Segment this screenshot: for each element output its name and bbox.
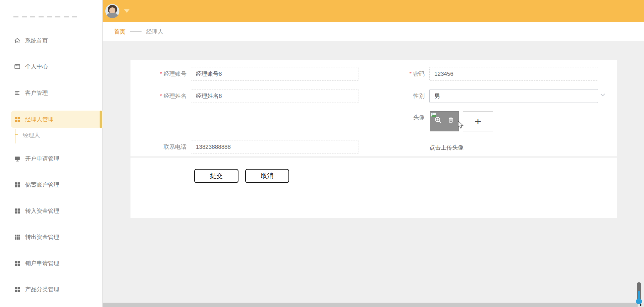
breadcrumb-home[interactable]: 首页	[114, 28, 125, 36]
submenu-tree-tick	[15, 134, 18, 135]
grid-icon	[14, 182, 20, 188]
list-icon	[14, 90, 20, 96]
avatar-label: 头像	[362, 114, 425, 121]
sidebar-item-personal-center[interactable]: 个人中心	[0, 60, 103, 73]
gender-select[interactable]: 男	[429, 89, 598, 103]
horizontal-scrollbar[interactable]	[103, 303, 644, 307]
sidebar-subitem-label: 经理人	[23, 131, 40, 139]
grid-icon	[14, 260, 20, 266]
section-divider	[130, 156, 617, 158]
breadcrumb: 首页 经理人	[103, 22, 644, 41]
manager-edit-form-card: *经理账号 *密码 *经理姓名 性别 男 头像	[130, 60, 617, 218]
cancel-button[interactable]: 取消	[245, 169, 289, 183]
sidebar: 系统首页 个人中心 客户管理 经理人管理 经理人	[0, 0, 103, 307]
grid-icon	[14, 286, 20, 293]
avatar-shoulders	[107, 13, 118, 18]
home-icon	[14, 38, 20, 44]
phone-input[interactable]	[191, 140, 359, 154]
account-input[interactable]	[191, 67, 359, 81]
main-content: *经理账号 *密码 *经理姓名 性别 男 头像	[103, 41, 644, 303]
avatar-thumbnail[interactable]	[430, 111, 459, 131]
sidebar-item-close-account-mgmt[interactable]: 销户申请管理	[0, 256, 103, 270]
panel-icon	[14, 63, 20, 70]
monitor-icon	[14, 156, 20, 162]
scroll-indicator-knob[interactable]	[636, 298, 642, 304]
grid9-icon	[14, 234, 20, 240]
required-asterisk: *	[160, 93, 162, 99]
submit-button[interactable]: 提交	[194, 169, 238, 183]
required-asterisk: *	[160, 71, 162, 77]
sidebar-item-label: 转入资金管理	[25, 207, 59, 215]
name-label: *经理姓名	[130, 89, 186, 103]
sidebar-item-transfer-in-mgmt[interactable]: 转入资金管理	[0, 204, 103, 218]
phone-label: 联系电话	[130, 140, 186, 154]
gender-label: 性别	[362, 89, 425, 103]
sidebar-item-label: 销户申请管理	[25, 259, 59, 267]
sidebar-item-label: 个人中心	[25, 63, 48, 70]
password-label: *密码	[362, 67, 425, 81]
upload-hint-text: 点击上传头像	[429, 144, 464, 151]
app-logo-clipped	[13, 16, 78, 17]
sidebar-item-manager-mgmt[interactable]: 经理人管理	[0, 113, 103, 126]
breadcrumb-current: 经理人	[146, 28, 163, 36]
user-avatar[interactable]	[105, 4, 119, 18]
breadcrumb-separator	[130, 32, 142, 32]
submenu-tree-line	[15, 129, 15, 143]
scroll-indicator-widget[interactable]	[636, 282, 642, 304]
sidebar-item-label: 开户申请管理	[25, 155, 59, 163]
delete-trash-icon[interactable]	[447, 116, 454, 124]
password-input[interactable]	[429, 67, 598, 81]
zoom-in-icon[interactable]	[434, 116, 442, 124]
sidebar-item-label: 经理人管理	[25, 116, 54, 123]
grid-icon	[14, 208, 20, 214]
user-menu-caret-icon[interactable]	[124, 9, 129, 13]
sidebar-item-system-home[interactable]: 系统首页	[0, 34, 103, 47]
sidebar-item-label: 储蓄账户管理	[25, 181, 59, 189]
sidebar-item-transfer-out-mgmt[interactable]: 转出资金管理	[0, 230, 103, 244]
account-label: *经理账号	[130, 67, 186, 81]
sidebar-item-label: 转出资金管理	[25, 233, 59, 241]
sidebar-item-open-account-mgmt[interactable]: 开户申请管理	[0, 152, 103, 165]
sidebar-item-label: 产品分类管理	[25, 286, 59, 293]
name-input[interactable]	[191, 89, 359, 103]
sidebar-item-product-category-mgmt[interactable]: 产品分类管理	[0, 283, 103, 296]
top-header-bar	[103, 0, 644, 22]
sidebar-item-label: 系统首页	[25, 37, 48, 45]
sidebar-item-label: 客户管理	[25, 89, 48, 97]
required-asterisk: *	[410, 71, 412, 77]
sidebar-item-savings-account-mgmt[interactable]: 储蓄账户管理	[0, 178, 103, 191]
chevron-down-icon[interactable]	[600, 93, 605, 97]
grid-icon	[14, 116, 20, 123]
avatar-upload-button[interactable]: +	[463, 111, 493, 131]
sidebar-subitem-manager[interactable]: 经理人	[23, 130, 40, 140]
sidebar-item-customer-mgmt[interactable]: 客户管理	[0, 86, 103, 100]
gender-value: 男	[434, 92, 440, 100]
plus-icon: +	[475, 115, 481, 128]
